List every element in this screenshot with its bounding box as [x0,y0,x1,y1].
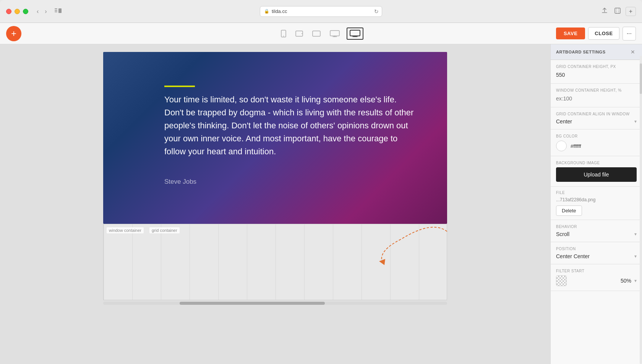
close-traffic-light[interactable] [6,9,11,14]
app-window: + SAVE CLOSE ··· [0,23,642,364]
main-content: Your time is limited, so don't waste it … [0,44,642,364]
window-container-height-section: WINDOW CONTAINER HEIGHT, % [551,84,642,107]
bg-color-section: BG COLOR #ffffff [551,129,642,156]
canvas-area: Your time is limited, so don't waste it … [0,44,550,364]
svg-rect-9 [313,31,320,36]
window-container-label: window container [107,227,144,233]
maximize-traffic-light[interactable] [23,9,28,14]
svg-marker-12 [379,259,385,265]
svg-rect-2 [55,11,57,12]
grid-height-label: GRID CONTAINER HEIGHT, PX [556,65,637,69]
behavior-section: BEHAVIOR Scroll ▾ [551,220,642,242]
background-image-section: BACKGROUND IMAGE Upload file [551,156,642,187]
position-section: POSITION Center Center ▾ [551,242,642,264]
behavior-chevron: ▾ [634,231,637,237]
behavior-label: BEHAVIOR [556,225,637,229]
reload-button[interactable]: ↻ [374,8,379,15]
panel-close-button[interactable]: ✕ [629,48,637,56]
save-button[interactable]: SAVE [556,28,585,39]
svg-rect-0 [55,8,57,9]
filter-start-row[interactable]: 50% ▾ [556,275,637,286]
dashed-arrow [371,228,455,266]
url-text: tilda.cc [272,8,287,14]
more-options-button[interactable]: ··· [623,27,636,40]
address-bar[interactable]: 🔒 tilda.cc ↻ [260,6,382,17]
browser-toolbar-right: + [600,6,636,17]
viewport-controls [279,28,363,40]
grid-align-chevron: ▾ [634,119,637,124]
grid-align-section: GRID CONTAINER ALIGN IN WINDOW Center ▾ [551,107,642,129]
svg-point-6 [283,36,284,36]
bg-image-label: BACKGROUND IMAGE [556,161,637,165]
filter-start-section: FILTER START 50% ▾ [551,264,642,291]
window-height-label: WINDOW CONTAINER HEIGHT, % [556,88,637,92]
quote-line-decoration [164,86,195,87]
behavior-select[interactable]: Scroll ▾ [556,231,637,237]
position-label: POSITION [556,247,637,251]
svg-point-8 [302,33,302,34]
grid-align-label: GRID CONTAINER ALIGN IN WINDOW [556,112,637,116]
canvas-scrollbar[interactable] [103,302,447,305]
svg-rect-3 [58,8,62,13]
viewport-tablet[interactable] [310,29,323,38]
panel-scrollbar-track [640,56,642,364]
file-section: FILE ...713af2286da.png Delete [551,187,642,220]
bg-color-row: #ffffff [556,141,637,151]
close-button[interactable]: CLOSE [588,27,619,40]
viewport-desktop-wide[interactable] [327,29,342,39]
svg-rect-1 [55,10,57,11]
lock-icon: 🔒 [264,9,269,14]
bg-color-value: #ffffff [571,143,581,149]
grid-align-value: Center [556,118,572,125]
svg-rect-4 [615,8,620,13]
new-tab-button[interactable]: + [626,7,636,16]
reader-button[interactable] [52,7,64,15]
viewport-desktop[interactable] [347,28,363,40]
svg-rect-11 [350,30,360,36]
position-chevron: ▾ [634,254,637,259]
canvas-block: Your time is limited, so don't waste it … [103,52,447,224]
filter-start-label: FILTER START [556,269,637,273]
grid-container-label: grid container [149,227,180,233]
share-button[interactable] [600,6,610,17]
grid-container-height-section: GRID CONTAINER HEIGHT, PX [551,60,642,84]
filter-start-chevron: ▾ [634,278,637,283]
window-height-input[interactable] [556,95,637,102]
grid-align-select[interactable]: Center ▾ [556,118,637,125]
panel-header: ARTBOARD SETTINGS ✕ [551,44,642,60]
upload-file-button[interactable]: Upload file [556,167,637,182]
bg-color-label: BG COLOR [556,134,637,138]
forward-button[interactable]: › [42,7,49,16]
app-toolbar: + SAVE CLOSE ··· [0,23,642,44]
position-value: Center Center [556,253,590,259]
viewport-tablet-small[interactable] [293,29,305,38]
filter-start-value: 50% [621,278,631,284]
canvas-scrollbar-thumb[interactable] [180,302,325,305]
grid-height-input[interactable] [556,71,637,79]
behavior-value: Scroll [556,231,569,237]
quote-author: Steve Jobs [164,178,196,186]
add-block-button[interactable]: + [6,26,21,41]
panel-scrollbar-thumb[interactable] [640,63,642,94]
filter-swatch [556,275,567,286]
bg-color-swatch[interactable] [556,141,567,151]
delete-file-button[interactable]: Delete [556,205,582,216]
minimize-traffic-light[interactable] [15,9,20,14]
file-name: ...713af2286da.png [556,197,637,202]
position-select[interactable]: Center Center ▾ [556,253,637,259]
fullscreen-button[interactable] [613,6,623,17]
viewport-mobile[interactable] [279,28,289,39]
browser-nav: ‹ › [34,7,49,16]
svg-rect-10 [330,31,339,36]
traffic-lights [6,9,28,14]
right-panel: ARTBOARD SETTINGS ✕ GRID CONTAINER HEIGH… [550,44,642,364]
panel-title: ARTBOARD SETTINGS [556,50,606,54]
toolbar-actions: SAVE CLOSE ··· [556,27,636,40]
file-label: FILE [556,191,637,195]
back-button[interactable]: ‹ [34,7,41,16]
quote-text: Your time is limited, so don't waste it … [164,93,417,158]
